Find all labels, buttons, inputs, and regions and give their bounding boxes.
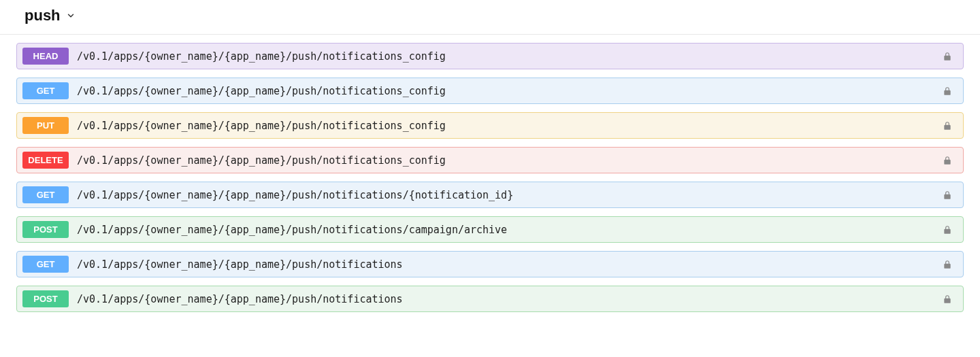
chevron-down-icon bbox=[66, 11, 76, 20]
operation-row[interactable]: DELETE/v0.1/apps/{owner_name}/{app_name}… bbox=[16, 147, 964, 173]
operation-row[interactable]: GET/v0.1/apps/{owner_name}/{app_name}/pu… bbox=[16, 251, 964, 277]
operation-path: /v0.1/apps/{owner_name}/{app_name}/push/… bbox=[77, 120, 933, 132]
operation-path: /v0.1/apps/{owner_name}/{app_name}/push/… bbox=[77, 85, 933, 97]
operation-row[interactable]: POST/v0.1/apps/{owner_name}/{app_name}/p… bbox=[16, 286, 964, 312]
method-badge: DELETE bbox=[22, 152, 69, 169]
operation-path: /v0.1/apps/{owner_name}/{app_name}/push/… bbox=[77, 154, 933, 167]
method-badge: PUT bbox=[22, 117, 69, 134]
section-header[interactable]: push bbox=[0, 0, 980, 35]
method-badge: POST bbox=[22, 290, 69, 307]
lock-icon[interactable] bbox=[941, 154, 953, 167]
operation-path: /v0.1/apps/{owner_name}/{app_name}/push/… bbox=[77, 189, 933, 201]
operation-row[interactable]: POST/v0.1/apps/{owner_name}/{app_name}/p… bbox=[16, 216, 964, 243]
operations-list: HEAD/v0.1/apps/{owner_name}/{app_name}/p… bbox=[16, 43, 964, 312]
lock-icon[interactable] bbox=[941, 224, 953, 236]
lock-icon[interactable] bbox=[941, 189, 953, 201]
lock-icon[interactable] bbox=[941, 120, 953, 132]
lock-icon[interactable] bbox=[941, 293, 953, 305]
lock-icon[interactable] bbox=[941, 85, 953, 97]
operation-row[interactable]: PUT/v0.1/apps/{owner_name}/{app_name}/pu… bbox=[16, 112, 964, 139]
operation-path: /v0.1/apps/{owner_name}/{app_name}/push/… bbox=[77, 224, 933, 236]
method-badge: POST bbox=[22, 221, 69, 238]
lock-icon[interactable] bbox=[941, 258, 953, 271]
method-badge: GET bbox=[22, 186, 69, 203]
method-badge: GET bbox=[22, 82, 69, 99]
method-badge: HEAD bbox=[22, 48, 69, 65]
operation-path: /v0.1/apps/{owner_name}/{app_name}/push/… bbox=[77, 258, 933, 271]
section-title: push bbox=[24, 7, 61, 24]
method-badge: GET bbox=[22, 256, 69, 273]
operation-path: /v0.1/apps/{owner_name}/{app_name}/push/… bbox=[77, 293, 933, 305]
operation-row[interactable]: GET/v0.1/apps/{owner_name}/{app_name}/pu… bbox=[16, 78, 964, 104]
operation-row[interactable]: HEAD/v0.1/apps/{owner_name}/{app_name}/p… bbox=[16, 43, 964, 69]
operation-row[interactable]: GET/v0.1/apps/{owner_name}/{app_name}/pu… bbox=[16, 182, 964, 208]
operation-path: /v0.1/apps/{owner_name}/{app_name}/push/… bbox=[77, 50, 933, 63]
lock-icon[interactable] bbox=[941, 50, 953, 63]
